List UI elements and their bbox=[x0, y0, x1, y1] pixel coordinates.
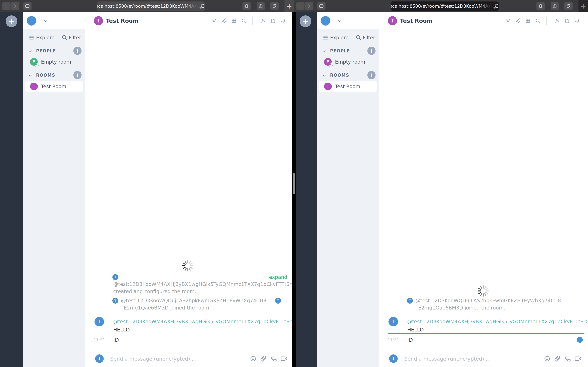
browser-window-left: localhost:8500/#/room/#test:12D3KooWM4AX… bbox=[0, 0, 294, 367]
room-header-avatar: T bbox=[94, 16, 103, 25]
notifications-icon[interactable] bbox=[280, 18, 286, 24]
attachment-icon[interactable] bbox=[260, 356, 267, 362]
chevron-down-icon[interactable] bbox=[322, 49, 327, 54]
message-timestamp: 17:51 bbox=[91, 337, 105, 343]
browser-toolbar: localhost:8500/#/room/#test:12D3KooWM4AX… bbox=[294, 0, 588, 12]
attachment-icon[interactable] bbox=[554, 356, 561, 362]
chevron-down-icon[interactable] bbox=[43, 19, 48, 24]
video-call-icon[interactable] bbox=[281, 356, 287, 362]
share-room-icon[interactable] bbox=[221, 18, 227, 24]
files-icon[interactable] bbox=[270, 18, 276, 24]
tab-overview-button[interactable] bbox=[270, 2, 279, 10]
url-fade bbox=[479, 1, 491, 11]
read-receipt-avatar: T bbox=[577, 337, 583, 343]
message-input[interactable]: Send a message (unencrypted)... bbox=[110, 356, 242, 362]
create-community-button[interactable]: + bbox=[300, 15, 311, 27]
emoji-icon[interactable] bbox=[250, 356, 256, 362]
filter-input[interactable]: Filter bbox=[363, 34, 377, 41]
room-title: Test Room bbox=[400, 17, 432, 24]
search-icon[interactable] bbox=[61, 34, 68, 42]
timeline-scrollbar[interactable] bbox=[293, 173, 295, 194]
message-text: :D bbox=[407, 336, 413, 343]
explore-button[interactable]: Explore bbox=[330, 34, 349, 41]
tab-overview-button[interactable] bbox=[564, 2, 573, 10]
search-icon[interactable] bbox=[241, 18, 247, 24]
sidebar-divider bbox=[317, 69, 379, 69]
settings-icon[interactable] bbox=[211, 18, 217, 24]
event-avatar: T bbox=[112, 298, 118, 304]
sidebar-toggle-button[interactable] bbox=[317, 2, 326, 10]
chevron-down-icon[interactable] bbox=[337, 19, 342, 24]
event-text: @test:12D3KooWM4AXHj3yBX1wgHGik5TyGQMnmc… bbox=[113, 281, 294, 288]
sidebar-divider bbox=[23, 69, 85, 69]
room-list-item-test-room[interactable]: T Test Room bbox=[319, 81, 377, 92]
share-page-button[interactable] bbox=[257, 2, 265, 10]
video-call-icon[interactable] bbox=[575, 356, 581, 362]
add-room-button[interactable]: + bbox=[73, 71, 82, 79]
sender-name[interactable]: @test:12D3KooWM4AXHj3yBX1wgHGik5TyGQMnmc… bbox=[407, 318, 588, 325]
new-tab-button[interactable]: + bbox=[285, 0, 294, 12]
downloads-button[interactable] bbox=[536, 2, 545, 10]
user-avatar[interactable] bbox=[27, 16, 36, 25]
back-button[interactable] bbox=[296, 2, 304, 10]
search-icon[interactable] bbox=[355, 34, 362, 42]
message-composer: T Send a message (unencrypted)... bbox=[85, 348, 294, 367]
event-text: created and configured the room. bbox=[113, 288, 196, 295]
members-icon[interactable] bbox=[554, 18, 560, 24]
room-list-item-empty-room[interactable]: E Empty room bbox=[319, 56, 377, 67]
rooms-section-header[interactable]: ROOMS bbox=[330, 72, 349, 78]
message-text: HELLO bbox=[407, 326, 424, 333]
files-icon[interactable] bbox=[564, 18, 570, 24]
message-input[interactable]: Send a message (unencrypted)... bbox=[404, 356, 536, 362]
people-section-header[interactable]: PEOPLE bbox=[36, 48, 56, 54]
new-tab-button[interactable]: + bbox=[579, 0, 588, 12]
event-avatar: T bbox=[112, 274, 118, 280]
share-page-button[interactable] bbox=[551, 2, 559, 10]
header-divider bbox=[252, 17, 253, 25]
share-room-icon[interactable] bbox=[515, 18, 521, 24]
members-icon[interactable] bbox=[260, 18, 266, 24]
chevron-down-icon[interactable] bbox=[28, 49, 33, 54]
reload-button[interactable] bbox=[491, 3, 497, 9]
read-receipt-avatar: T bbox=[275, 298, 281, 304]
room-list-item-empty-room[interactable]: E Empty room bbox=[25, 56, 83, 67]
add-room-button[interactable]: + bbox=[367, 71, 376, 79]
room-name: Empty room bbox=[41, 59, 71, 65]
filter-input[interactable]: Filter bbox=[69, 34, 83, 41]
sender-avatar[interactable]: T bbox=[389, 317, 398, 326]
forward-button[interactable] bbox=[11, 2, 19, 10]
settings-icon[interactable] bbox=[505, 18, 511, 24]
message-text: :D bbox=[113, 336, 119, 343]
notifications-icon[interactable] bbox=[574, 18, 580, 24]
reload-button[interactable] bbox=[197, 3, 203, 9]
voice-call-icon[interactable] bbox=[270, 356, 277, 362]
people-section-header[interactable]: PEOPLE bbox=[330, 48, 350, 54]
chevron-down-icon[interactable] bbox=[28, 73, 33, 78]
sender-avatar[interactable]: T bbox=[95, 317, 104, 326]
url-bar[interactable]: localhost:8500/#/room/#test:12D3KooWM4AX… bbox=[97, 1, 205, 11]
loading-spinner bbox=[477, 285, 490, 297]
forward-button[interactable] bbox=[305, 2, 313, 10]
explore-button[interactable]: Explore bbox=[36, 34, 55, 41]
sidebar-toggle-button[interactable] bbox=[23, 2, 32, 10]
explore-icon[interactable] bbox=[28, 35, 35, 41]
back-button[interactable] bbox=[2, 2, 10, 10]
add-people-button[interactable]: + bbox=[73, 47, 82, 55]
user-avatar[interactable] bbox=[321, 16, 330, 25]
create-community-button[interactable]: + bbox=[6, 15, 17, 27]
rooms-section-header[interactable]: ROOMS bbox=[36, 72, 55, 78]
dm-person-badge-icon bbox=[35, 62, 40, 67]
apps-grid-icon[interactable] bbox=[231, 18, 237, 24]
search-icon[interactable] bbox=[535, 18, 541, 24]
expand-link[interactable]: expand bbox=[269, 274, 287, 281]
explore-icon[interactable] bbox=[322, 35, 329, 41]
voice-call-icon[interactable] bbox=[564, 356, 571, 362]
add-people-button[interactable]: + bbox=[367, 47, 376, 55]
room-list-item-test-room[interactable]: T Test Room bbox=[25, 81, 83, 92]
apps-grid-icon[interactable] bbox=[525, 18, 531, 24]
sender-name[interactable]: @test:12D3KooWM4AXHj3yBX1wgHGik5TyGQMnmc… bbox=[113, 318, 294, 325]
downloads-button[interactable] bbox=[242, 2, 251, 10]
emoji-icon[interactable] bbox=[544, 356, 550, 362]
url-bar[interactable]: localhost:8500/#/room/#test:12D3KooWM4AX… bbox=[391, 1, 499, 11]
chevron-down-icon[interactable] bbox=[322, 73, 327, 78]
